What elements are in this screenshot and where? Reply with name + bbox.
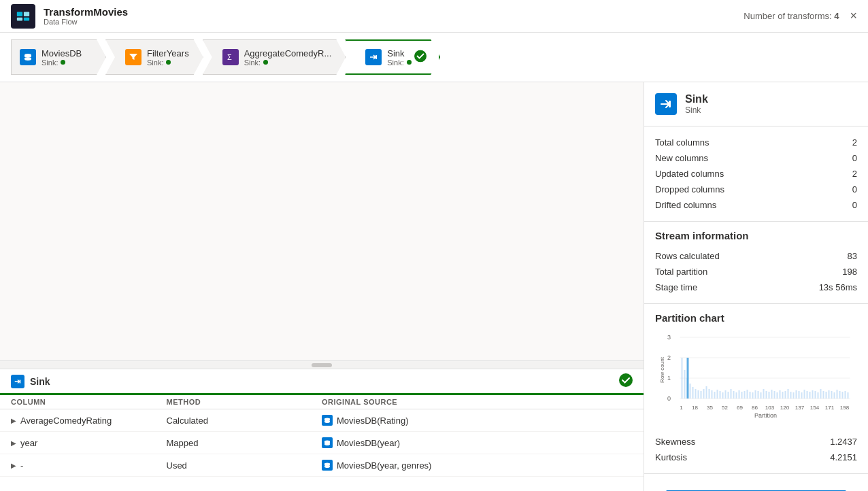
svg-rect-67 xyxy=(801,392,803,399)
chart-section: Partition chart 3 2 1 0 Row count xyxy=(644,304,868,426)
close-button[interactable]: × xyxy=(850,9,857,23)
table-title: Sink xyxy=(30,376,50,387)
svg-rect-55 xyxy=(769,392,770,399)
partition-chart-svg: 3 2 1 0 Row count xyxy=(655,329,857,418)
expand-icon-1: ▶ xyxy=(11,439,16,447)
node-sink-sink: Sink: xyxy=(387,58,411,67)
svg-rect-79 xyxy=(834,392,835,399)
stat-total-partition: Total partition 198 xyxy=(655,264,857,280)
svg-rect-43 xyxy=(736,392,737,399)
svg-rect-42 xyxy=(733,391,735,399)
col-header-method: METHOD xyxy=(167,398,322,406)
svg-rect-29 xyxy=(698,390,699,399)
stat-dropped-columns: Dropped columns 0 xyxy=(655,182,857,197)
right-panel-title: Sink xyxy=(685,93,708,105)
agg-icon: Σ xyxy=(222,49,239,65)
svg-text:69: 69 xyxy=(737,405,743,411)
svg-rect-65 xyxy=(796,390,797,399)
svg-rect-36 xyxy=(717,390,718,399)
stream-title: Stream information xyxy=(655,230,857,241)
cell-column-2: ▶ - xyxy=(11,460,167,471)
svg-rect-83 xyxy=(845,391,846,399)
svg-text:137: 137 xyxy=(795,405,805,411)
svg-rect-59 xyxy=(780,390,781,399)
svg-rect-32 xyxy=(706,386,707,399)
stat-rows-calculated: Rows calculated 83 xyxy=(655,248,857,264)
kurtosis-label: Kurtosis xyxy=(655,452,687,462)
svg-rect-78 xyxy=(831,391,833,399)
svg-text:52: 52 xyxy=(722,405,728,411)
node-name-aggregate: AggregateComedyR... xyxy=(244,48,332,58)
chart-container: 3 2 1 0 Row count xyxy=(655,329,857,418)
svg-text:18: 18 xyxy=(692,405,698,411)
stat-total-columns: Total columns 2 xyxy=(655,135,857,150)
svg-rect-68 xyxy=(804,390,805,399)
expand-icon-0: ▶ xyxy=(11,417,16,424)
svg-rect-6 xyxy=(375,55,377,59)
svg-rect-82 xyxy=(842,392,844,399)
svg-rect-52 xyxy=(761,392,762,399)
right-header-icon xyxy=(655,93,677,115)
table-row[interactable]: ▶ - Used MoviesDB(year, genres) xyxy=(0,454,644,477)
pipeline-node-moviesdb[interactable]: MoviesDB Sink: xyxy=(11,39,106,75)
node-check-sink xyxy=(414,50,427,65)
skewness-row: Skewness 1.2437 xyxy=(655,434,857,450)
cell-source-2: MoviesDB(year, genres) xyxy=(322,460,633,471)
svg-rect-40 xyxy=(728,392,729,399)
svg-rect-77 xyxy=(829,390,830,399)
pipeline-node-filteryears[interactable]: FilterYears Sink: xyxy=(105,39,203,75)
svg-rect-51 xyxy=(758,391,759,399)
source-icon-0 xyxy=(322,415,333,426)
cell-source-0: MoviesDB(Rating) xyxy=(322,415,633,426)
svg-rect-38 xyxy=(722,392,724,399)
stat-updated-columns: Updated columns 2 xyxy=(655,166,857,182)
cell-column-0: ▶ AverageComedyRating xyxy=(11,416,167,426)
node-info-aggregate: AggregateComedyR... Sink: xyxy=(244,48,332,67)
svg-rect-80 xyxy=(837,390,838,399)
svg-rect-71 xyxy=(812,390,814,399)
stat-new-columns: New columns 0 xyxy=(655,150,857,166)
app-title: TransformMovies xyxy=(44,6,128,18)
svg-text:Σ: Σ xyxy=(227,53,232,61)
svg-rect-74 xyxy=(820,389,822,399)
transform-count: Number of transforms: 4 xyxy=(744,11,839,21)
svg-text:3: 3 xyxy=(667,334,671,341)
canvas-area[interactable] xyxy=(0,82,644,361)
bottom-table: Sink COLUMN METHOD ORIGINAL SOURCE ▶ xyxy=(0,369,644,491)
right-title-block: Sink Sink xyxy=(685,93,708,115)
pipeline-node-aggregate[interactable]: Σ AggregateComedyR... Sink: xyxy=(203,39,346,75)
svg-text:171: 171 xyxy=(825,405,835,411)
cell-method-2: Used xyxy=(167,460,322,471)
table-header-row: Sink xyxy=(0,369,644,395)
cell-method-1: Mapped xyxy=(167,438,322,448)
left-panel: Sink COLUMN METHOD ORIGINAL SOURCE ▶ xyxy=(0,82,644,491)
svg-point-7 xyxy=(414,50,427,63)
scrollbar-area[interactable] xyxy=(0,361,644,369)
kurtosis-value: 4.2151 xyxy=(830,452,857,462)
cell-column-1: ▶ year xyxy=(11,438,167,448)
svg-text:Row count: Row count xyxy=(659,356,665,383)
node-info-moviesdb: MoviesDB Sink: xyxy=(41,48,82,67)
svg-rect-33 xyxy=(709,389,710,399)
svg-rect-26 xyxy=(690,384,691,399)
table-row[interactable]: ▶ AverageComedyRating Calculated MoviesD… xyxy=(0,409,644,432)
app-subtitle: Data Flow xyxy=(44,18,128,26)
svg-rect-75 xyxy=(823,391,824,399)
svg-text:2: 2 xyxy=(667,354,671,361)
svg-rect-63 xyxy=(790,392,792,399)
svg-rect-54 xyxy=(766,391,767,399)
pipeline-node-sink[interactable]: Sink Sink: xyxy=(345,39,440,75)
svg-rect-37 xyxy=(720,391,721,399)
app-title-block: TransformMovies Data Flow xyxy=(44,6,128,26)
svg-rect-31 xyxy=(703,389,705,399)
cell-source-1: MoviesDB(year) xyxy=(322,437,633,448)
svg-rect-56 xyxy=(771,390,773,399)
sink-icon xyxy=(365,49,382,65)
svg-rect-62 xyxy=(788,389,789,399)
svg-rect-28 xyxy=(695,389,697,399)
svg-rect-73 xyxy=(818,392,819,399)
svg-rect-41 xyxy=(731,389,732,399)
svg-text:120: 120 xyxy=(780,405,790,411)
right-panel: Sink Sink Total columns 2 New columns 0 … xyxy=(644,82,868,491)
table-row[interactable]: ▶ year Mapped MoviesDB(year) xyxy=(0,432,644,454)
